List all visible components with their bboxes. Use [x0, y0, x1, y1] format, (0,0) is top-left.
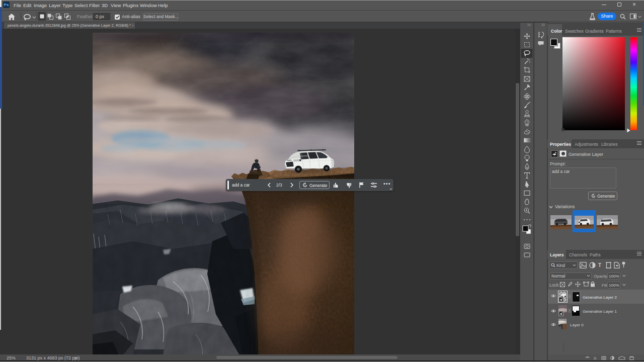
svg-text:fx: fx [594, 356, 597, 360]
